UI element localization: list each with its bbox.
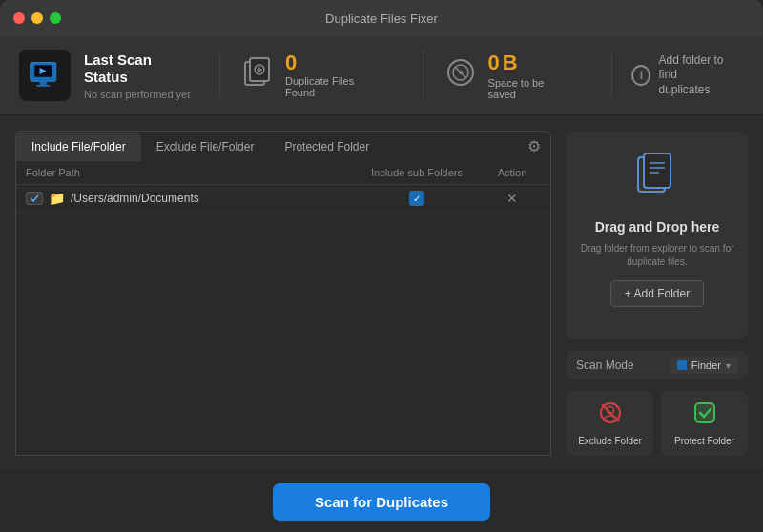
space-stat-info: 0 B Space to be saved [488,51,565,100]
svg-rect-3 [36,85,50,87]
row-checkbox[interactable] [26,192,43,205]
add-folder-button[interactable]: + Add Folder [610,280,704,307]
space-unit: B [503,51,518,75]
duplicate-count-block: 0 Duplicate Files Found [219,52,394,98]
info-block: i Add folder tofind duplicates [611,53,744,98]
chevron-down-icon: ▾ [726,360,731,371]
app-window: Duplicate Files Fixer Last ScanStatus No… [0,0,763,532]
finder-dot [677,360,687,370]
col-header-path: Folder Path [26,167,350,178]
window-title: Duplicate Files Fixer [325,11,438,26]
exclude-folder-button[interactable]: Exclude Folder [567,391,653,456]
maximize-button[interactable] [50,12,61,24]
space-amount: 0 [488,51,500,75]
folder-icon: 📁 [49,191,65,206]
space-label: Space to be saved [488,77,565,100]
folder-table: Folder Path Include sub Folders Action 📁… [15,161,551,456]
drop-icon [634,150,680,208]
drop-zone[interactable]: Drag and Drop here Drag folder from expl… [567,131,748,339]
scan-mode-value: Finder [691,359,721,371]
col-header-sub: Include sub Folders [350,167,484,178]
scan-mode-select[interactable]: Finder ▾ [670,357,738,374]
action-col[interactable]: ✕ [484,191,541,206]
exclude-icon [598,400,623,431]
info-text: Add folder tofind duplicates [658,53,725,98]
last-scan-block: Last ScanStatus No scan performed yet [19,50,191,101]
table-row: 📁 /Users/admin/Documents ✓ ✕ [16,185,550,213]
duplicate-stat-info: 0 Duplicate Files Found [285,52,375,98]
scan-duplicates-button[interactable]: Scan for Duplicates [273,483,490,521]
tab-protected[interactable]: Protected Folder [269,133,384,161]
include-sub-checkbox[interactable]: ✓ [409,191,424,206]
last-scan-subtitle: No scan performed yet [84,89,190,100]
last-scan-title: Last ScanStatus [84,51,190,86]
scan-mode-row: Scan Mode Finder ▾ [567,351,748,379]
include-sub-val[interactable]: ✓ [350,191,484,206]
titlebar: Duplicate Files Fixer [0,0,763,36]
monitor-icon [19,50,71,101]
tabs-bar: Include File/Folder Exclude File/Folder … [15,131,551,161]
tab-exclude[interactable]: Exclude File/Folder [141,133,270,161]
space-amount-row: 0 B [488,51,565,75]
svg-rect-22 [695,403,714,422]
header-stats: Last ScanStatus No scan performed yet 0 … [0,36,763,115]
duplicate-icon [239,54,276,97]
tab-include[interactable]: Include File/Folder [16,133,141,161]
space-icon [443,54,479,97]
table-header: Folder Path Include sub Folders Action [16,161,550,185]
protect-icon [692,400,717,431]
scan-mode-label: Scan Mode [576,358,634,372]
info-icon: i [631,65,650,86]
action-buttons: Exclude Folder Protect Folder [567,391,748,456]
col-header-action: Action [484,167,541,178]
protect-label: Protect Folder [674,436,734,446]
bottom-bar: Scan for Duplicates [0,471,763,532]
gear-icon[interactable]: ⚙ [518,132,550,161]
space-saved-block: 0 B Space to be saved [423,51,584,100]
last-scan-text: Last ScanStatus No scan performed yet [84,51,190,100]
main-content: Include File/Folder Exclude File/Folder … [0,115,763,471]
drop-title: Drag and Drop here [595,219,720,235]
minimize-button[interactable] [31,12,43,24]
folder-path: /Users/admin/Documents [71,192,350,205]
drop-subtitle: Drag folder from explorer to scan for du… [580,242,734,269]
close-button[interactable] [13,12,25,24]
duplicate-label: Duplicate Files Found [285,75,375,98]
svg-rect-2 [40,81,47,85]
svg-point-13 [459,71,463,74]
left-panel: Include File/Folder Exclude File/Folder … [15,131,551,456]
exclude-label: Exclude Folder [578,436,642,446]
right-panel: Drag and Drop here Drag folder from expl… [567,131,748,456]
window-controls [13,12,61,24]
svg-rect-15 [644,153,670,188]
protect-folder-button[interactable]: Protect Folder [661,391,748,456]
duplicate-count: 0 [285,52,375,73]
